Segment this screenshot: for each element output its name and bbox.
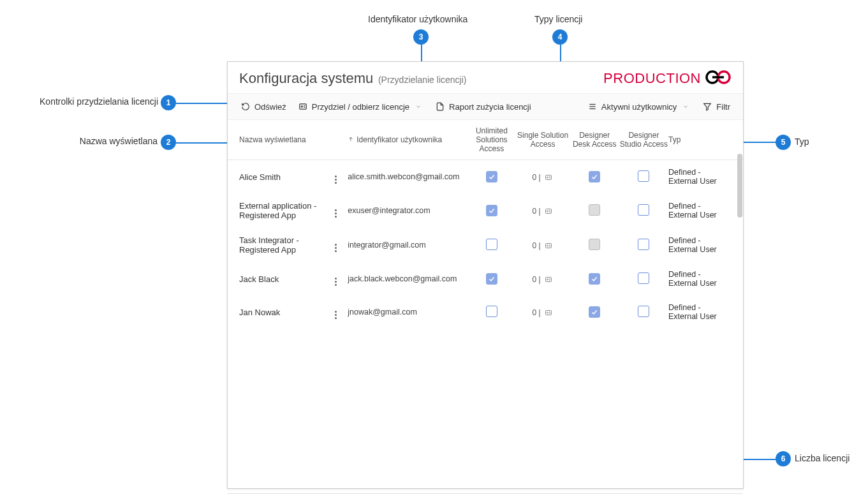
- svg-point-29: [547, 312, 548, 313]
- col-header-id[interactable]: Identyfikator użytkownika: [348, 135, 467, 145]
- annotation-license-count-label: Liczba licencji: [795, 453, 850, 463]
- svg-marker-10: [704, 103, 711, 110]
- checkbox-unlimited[interactable]: [486, 205, 497, 216]
- cell-user-id: jnowak@gmail.com: [348, 308, 467, 317]
- row-menu-button[interactable]: [335, 209, 337, 218]
- scrollbar[interactable]: [737, 154, 742, 218]
- table-row: Task Integrator - Registered App integra…: [228, 228, 743, 262]
- checkbox-studio[interactable]: [638, 204, 649, 216]
- checkbox-unlimited[interactable]: [486, 171, 497, 182]
- cell-user-id: alice.smith.webcon@gmail.com: [348, 172, 467, 181]
- panel-header: Konfiguracja systemu (Przydzielanie lice…: [228, 62, 743, 93]
- cell-type: Defined - External User: [668, 168, 732, 186]
- toolbar: Odśwież Przydziel / odbierz licencje Rap…: [228, 93, 743, 120]
- checkbox-desk[interactable]: [589, 171, 600, 182]
- list-icon: [587, 101, 598, 112]
- cell-display-name: External application - Registered App: [239, 201, 335, 220]
- callout-badge-5: 5: [776, 135, 791, 150]
- chevron-down-icon: [680, 101, 691, 112]
- checkbox-unlimited[interactable]: [486, 273, 497, 285]
- chevron-down-icon: [413, 101, 423, 112]
- usage-report-button[interactable]: Raport zużycia licencji: [434, 99, 533, 114]
- callout-badge-1: 1: [161, 95, 176, 110]
- svg-point-17: [547, 211, 548, 212]
- checkbox-studio[interactable]: [638, 170, 649, 182]
- callout-badge-4: 4: [552, 29, 568, 45]
- annotation-display-name-label: Nazwa wyświetlana: [75, 136, 158, 146]
- single-access-cell[interactable]: 0 |: [533, 173, 554, 182]
- assign-license-button[interactable]: Przydziel / odbierz licencje: [297, 99, 425, 114]
- cell-display-name: Task Integrator - Registered App: [239, 235, 335, 255]
- col-header-desk[interactable]: Designer Desk Access: [570, 131, 619, 149]
- checkbox-studio[interactable]: [638, 272, 649, 284]
- page-title: Konfiguracja systemu: [239, 70, 373, 86]
- col-header-studio[interactable]: Designer Studio Access: [619, 131, 668, 149]
- checkbox-desk: [589, 204, 600, 216]
- svg-point-13: [547, 177, 548, 178]
- cell-display-name: Jan Nowak: [239, 308, 335, 317]
- table-footer: 6/100 0/50 10/10 4/10 12345: [228, 493, 743, 499]
- checkbox-desk[interactable]: [589, 306, 600, 318]
- checkbox-studio[interactable]: [638, 306, 649, 317]
- sort-asc-icon: [348, 135, 354, 145]
- page-subtitle: (Przydzielanie licencji): [378, 75, 467, 85]
- cell-user-id: exuser@integrator.com: [348, 206, 467, 215]
- checkbox-desk: [589, 239, 600, 250]
- cell-user-id: jack.black.webcon@gmail.com: [348, 274, 467, 283]
- col-header-name[interactable]: Nazwa wyświetlana: [239, 135, 335, 144]
- col-header-type[interactable]: Typ: [668, 135, 732, 144]
- table-row: Jan Nowak jnowak@gmail.com 0 | Defined -…: [228, 295, 743, 329]
- row-menu-button[interactable]: [335, 311, 337, 319]
- svg-point-4: [301, 106, 302, 107]
- report-icon: [435, 101, 445, 112]
- checkbox-desk[interactable]: [589, 273, 600, 285]
- cell-type: Defined - External User: [668, 236, 732, 254]
- annotation-type-label: Typ: [795, 137, 809, 147]
- table-body-wrap: Alice Smith alice.smith.webcon@gmail.com…: [228, 160, 743, 493]
- callout-badge-6: 6: [776, 451, 791, 466]
- single-access-cell[interactable]: 0 |: [533, 241, 554, 250]
- callout-badge-2: 2: [161, 135, 176, 150]
- brand: PRODUCTION: [603, 70, 732, 87]
- brand-logo-icon: [705, 70, 732, 87]
- checkbox-unlimited[interactable]: [486, 306, 497, 317]
- annotation-license-types-label: Typy licencji: [534, 14, 582, 24]
- filter-icon: [702, 101, 712, 112]
- refresh-icon: [240, 101, 251, 112]
- cell-type: Defined - External User: [668, 303, 732, 321]
- checkbox-studio[interactable]: [638, 239, 649, 250]
- page-title-wrap: Konfiguracja systemu (Przydzielanie lice…: [239, 70, 466, 87]
- row-menu-button[interactable]: [335, 244, 337, 252]
- callout-badge-3: 3: [413, 29, 429, 45]
- license-icon: [298, 101, 308, 112]
- cell-display-name: Jack Black: [239, 274, 335, 284]
- cell-display-name: Alice Smith: [239, 172, 335, 182]
- single-access-cell[interactable]: 0 |: [533, 275, 554, 284]
- table-row: Jack Black jack.black.webcon@gmail.com 0…: [228, 262, 743, 295]
- refresh-button[interactable]: Odśwież: [239, 99, 288, 114]
- annotation-user-id-label: Identyfikator użytkownika: [368, 14, 467, 24]
- svg-point-25: [547, 279, 548, 280]
- col-header-unlimited[interactable]: Unlimited Solutions Access: [467, 126, 515, 153]
- cell-type: Defined - External User: [668, 202, 732, 220]
- brand-text: PRODUCTION: [603, 70, 701, 87]
- single-access-cell[interactable]: 0 |: [533, 207, 554, 216]
- svg-point-21: [547, 245, 548, 246]
- col-header-single[interactable]: Single Solution Access: [516, 131, 570, 149]
- checkbox-unlimited[interactable]: [486, 239, 497, 250]
- row-menu-button[interactable]: [335, 278, 337, 286]
- single-access-cell[interactable]: 0 |: [533, 308, 554, 317]
- annotation-controls-label: Kontrolki przydzielania licencji: [5, 96, 158, 107]
- table-row: External application - Registered App ex…: [228, 193, 743, 228]
- license-config-panel: Konfiguracja systemu (Przydzielanie lice…: [227, 61, 744, 489]
- row-menu-button[interactable]: [335, 175, 337, 184]
- table-header-row: Nazwa wyświetlana Identyfikator użytkown…: [228, 120, 743, 160]
- cell-user-id: integrator@gmail.com: [348, 241, 467, 250]
- cell-type: Defined - External User: [668, 270, 732, 288]
- table-row: Alice Smith alice.smith.webcon@gmail.com…: [228, 160, 743, 193]
- active-users-dropdown[interactable]: Aktywni użytkownicy: [586, 99, 692, 114]
- filter-button[interactable]: Filtr: [701, 99, 732, 114]
